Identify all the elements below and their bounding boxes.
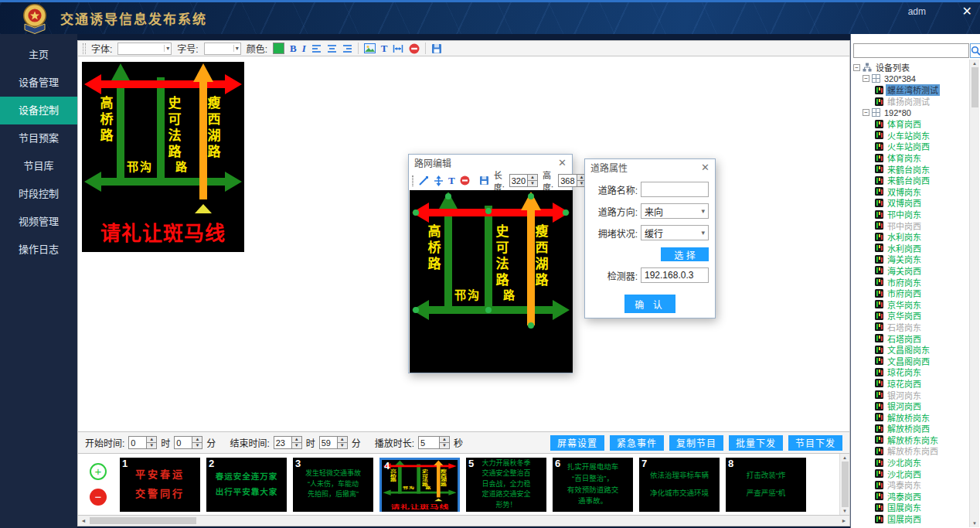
playlist-item-8[interactable]: 8打击改装“炸严查严惩“机	[726, 458, 806, 512]
scroll-down-icon[interactable]: ▼	[842, 509, 847, 513]
scroll-left-icon[interactable]: ◄	[78, 516, 89, 525]
scrollbar-thumb[interactable]	[971, 67, 978, 107]
device-item[interactable]: 鸿泰岗西	[886, 491, 923, 502]
road-node-icon[interactable]	[434, 175, 444, 186]
stop-icon[interactable]	[460, 175, 470, 186]
tree-expander[interactable]: −	[863, 109, 869, 116]
device-search-button[interactable]	[970, 43, 980, 58]
device-item[interactable]: 火车站岗东	[886, 130, 931, 141]
stop-icon[interactable]	[409, 43, 420, 54]
device-item[interactable]: 市府岗西	[886, 288, 923, 299]
device-item[interactable]: 银河岗西	[886, 400, 923, 412]
device-item[interactable]: 沙北岗西	[886, 468, 923, 479]
playlist-item-3[interactable]: 3发生轻微交通事故“人未伤，车能动先拍照，后撤离”	[293, 458, 373, 512]
device-item[interactable]: 银河岗东	[886, 389, 923, 400]
select-detector-button[interactable]: 选 择	[661, 247, 709, 261]
playlist-item-2[interactable]: 2春运安全连万家出行平安靠大家	[206, 458, 287, 512]
font-size-select[interactable]: ▾	[204, 43, 241, 55]
detector-input[interactable]: 192.168.0.3	[641, 267, 709, 283]
sidebar-item-1[interactable]: 主页	[0, 41, 77, 69]
sign-preview[interactable]: 高桥路 史可法路 瘦西湖路 邗沟 路 请礼让斑马线	[82, 62, 244, 252]
action-button-5[interactable]: 节目下发	[788, 435, 842, 451]
scroll-up-icon[interactable]: ▲	[842, 455, 847, 460]
sidebar-item-4[interactable]: 节目预案	[0, 124, 77, 152]
device-item[interactable]: 国展岗东	[886, 502, 923, 513]
color-swatch[interactable]	[273, 43, 284, 54]
action-button-1[interactable]: 屏幕设置	[550, 435, 604, 451]
edit-canvas[interactable]: 高桥路 史可法路 瘦西湖路 邗沟 路 请礼让斑马线 路网编辑 ✕ T	[77, 56, 850, 432]
save-icon[interactable]	[431, 43, 442, 54]
device-item[interactable]: 邗中岗东	[886, 209, 923, 220]
device-item[interactable]: 来鹤台岗西	[886, 175, 931, 186]
align-left-icon[interactable]	[311, 44, 322, 53]
device-item[interactable]: 双博岗西	[886, 197, 923, 209]
start-hour-stepper[interactable]: 0 ▲▼	[128, 436, 157, 449]
device-item[interactable]: 解放桥东岗西	[886, 445, 940, 457]
scroll-down-icon[interactable]: ▼	[972, 521, 977, 526]
device-item[interactable]: 来鹤台岗东	[886, 163, 931, 175]
window-close-icon[interactable]: ✕	[962, 4, 972, 19]
device-item[interactable]: 琼花岗东	[886, 366, 923, 378]
device-item[interactable]: 琼花岗西	[886, 378, 923, 390]
logged-in-user[interactable]: adm	[908, 6, 926, 17]
action-button-2[interactable]: 紧急事件	[610, 435, 664, 451]
device-item[interactable]: 沙北岗东	[886, 457, 923, 468]
device-item[interactable]: 市府岗东	[886, 276, 923, 288]
draw-road-icon[interactable]	[418, 175, 429, 186]
length-stepper[interactable]: 320 ▲▼	[509, 174, 538, 187]
device-item[interactable]: 海关岗东	[886, 254, 923, 265]
sidebar-item-2[interactable]: 设备管理	[0, 69, 77, 97]
sidebar-item-7[interactable]: 视频管理	[0, 208, 77, 236]
device-item[interactable]: 维扬岗测试	[886, 96, 931, 107]
playlist-item-6[interactable]: 6扎实开展电动车“百日整治”，有效预防道路交通事故。	[553, 458, 633, 512]
playlist-horizontal-scrollbar[interactable]: ◄ ►	[77, 516, 850, 526]
stepper-down-icon[interactable]: ▼	[528, 180, 537, 186]
italic-button[interactable]: I	[302, 43, 306, 55]
device-search-input[interactable]	[853, 43, 969, 58]
action-button-4[interactable]: 批量下发	[729, 435, 783, 451]
device-group-2[interactable]: 192*80	[883, 108, 913, 118]
sidebar-item-8[interactable]: 操作日志	[0, 236, 77, 264]
playlist-item-5[interactable]: 5大力开展秋冬季交通安全整治百日会战，全力稳定道路交通安全形势！	[466, 458, 546, 512]
playlist-vertical-scrollbar[interactable]: ▲ ▼	[839, 454, 849, 515]
device-item[interactable]: 螺丝湾桥测试	[886, 84, 940, 96]
scroll-up-icon[interactable]: ▲	[972, 61, 977, 66]
duration-stepper[interactable]: 5 ▲▼	[418, 436, 450, 449]
confirm-button[interactable]: 确 认	[624, 295, 675, 313]
spacing-icon[interactable]	[393, 44, 403, 53]
road-direction-select[interactable]: 来向▾	[641, 203, 709, 219]
end-hour-stepper[interactable]: 23 ▲▼	[274, 436, 302, 449]
tree-expander[interactable]: −	[853, 64, 860, 71]
playlist-item-4[interactable]: 4 高桥路 史可法路 瘦西湖路 邗沟 路 请礼让斑马线	[379, 458, 460, 512]
playlist-item-1[interactable]: 1平安春运交警同行	[120, 458, 200, 512]
save-icon[interactable]	[479, 175, 489, 186]
sidebar-item-6[interactable]: 时段控制	[0, 180, 77, 208]
text-tool-icon[interactable]: T	[381, 43, 388, 55]
device-item[interactable]: 双博岗东	[886, 186, 923, 198]
device-item[interactable]: 国展岗西	[886, 513, 923, 525]
device-item[interactable]: 邗中岗西	[886, 220, 923, 231]
road-name-input[interactable]	[641, 182, 709, 197]
align-center-icon[interactable]	[327, 44, 337, 53]
device-group-1[interactable]: 320*384	[883, 74, 917, 83]
device-item[interactable]: 石塔岗东	[886, 322, 923, 333]
device-item[interactable]: 文昌阁岗东	[886, 344, 931, 356]
roadnet-sign[interactable]: 高桥路 史可法路 瘦西湖路 邗沟 路	[410, 190, 573, 373]
scroll-right-icon[interactable]: ►	[839, 516, 849, 525]
device-item[interactable]: 体育岗东	[886, 152, 923, 164]
bold-button[interactable]: B	[290, 43, 297, 55]
device-item[interactable]: 京华岗东	[886, 298, 923, 310]
insert-image-icon[interactable]	[364, 43, 376, 53]
end-minute-stepper[interactable]: 59 ▲▼	[319, 436, 348, 449]
props-dialog-close-icon[interactable]: ✕	[701, 162, 709, 173]
align-right-icon[interactable]	[342, 44, 352, 53]
scrollbar-thumb[interactable]	[842, 462, 849, 507]
device-tree-scrollbar[interactable]: ▲ ▼	[969, 60, 979, 527]
device-item[interactable]: 京华岗西	[886, 310, 923, 322]
height-stepper[interactable]: 368 ▲▼	[558, 174, 587, 187]
device-item[interactable]: 解放桥东岗东	[886, 434, 940, 446]
device-item[interactable]: 文昌阁岗西	[886, 355, 931, 366]
playlist-item-7[interactable]: 7依法治理非标车辆净化城市交通环境	[639, 458, 720, 512]
stepper-up-icon[interactable]: ▲	[528, 175, 537, 180]
scrollbar-thumb[interactable]	[90, 517, 196, 524]
